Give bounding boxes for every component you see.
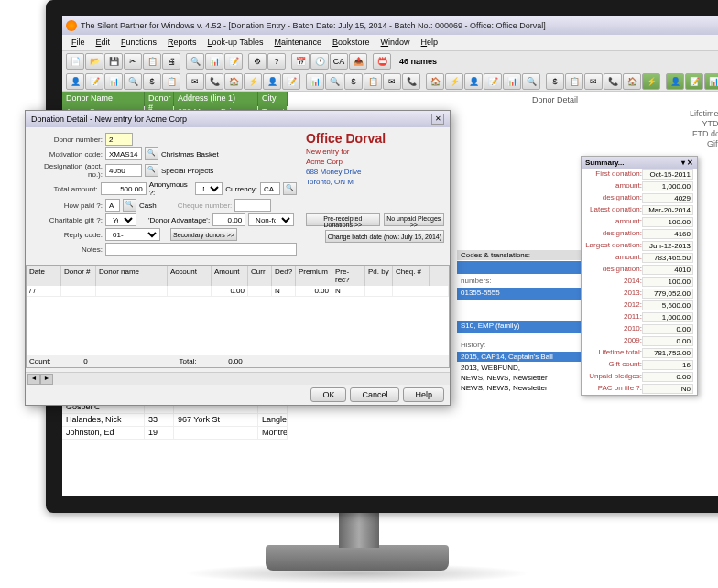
col-header[interactable]: Account (168, 266, 212, 286)
table-row[interactable]: Johnston, Ed19Montreal (62, 427, 288, 440)
grid-row[interactable]: / / 0.00 N 0.00 N (27, 286, 449, 297)
toolbar-button[interactable]: 📝 (484, 73, 502, 90)
col-header[interactable]: Premium (296, 266, 332, 286)
toolbar-button[interactable]: CA (330, 53, 348, 70)
toolbar-button[interactable]: 🏠 (426, 73, 444, 90)
col-city[interactable]: City (258, 92, 288, 106)
cancel-button[interactable]: Cancel (350, 387, 399, 402)
toolbar-button[interactable]: 🏠 (623, 73, 641, 90)
toolbar-button[interactable]: ✉ (584, 73, 603, 90)
toolbar-button[interactable]: ✉ (383, 73, 401, 90)
toolbar-button[interactable]: 📝 (85, 73, 103, 90)
toolbar-button[interactable]: 📋 (565, 73, 583, 90)
menu-bookstore[interactable]: Bookstore (327, 35, 375, 50)
toolbar-button[interactable]: 📞 (604, 73, 622, 90)
summary-close-icon[interactable]: ▾ ✕ (681, 158, 693, 167)
lookup-icon[interactable]: 🔍 (123, 199, 136, 212)
dialog-close-icon[interactable]: ✕ (431, 114, 444, 125)
toolbar-button[interactable]: 📋 (143, 53, 161, 70)
toolbar-button[interactable]: ✉ (186, 73, 204, 90)
menu-look-up tables[interactable]: Look-up Tables (202, 35, 269, 50)
toolbar-button[interactable]: 📝 (685, 73, 703, 90)
advantage-type-select[interactable]: Non-food (248, 213, 294, 226)
table-row[interactable]: Halandes, Nick33967 York StLangley (62, 414, 288, 427)
col-header[interactable]: Amount (212, 266, 248, 286)
toolbar-button[interactable]: 📊 (704, 73, 718, 90)
charitable-select[interactable]: Yes (105, 213, 136, 226)
col-donor-num[interactable]: Donor # (145, 92, 174, 106)
toolbar-button[interactable]: ⚡ (244, 73, 262, 90)
horizontal-scrollbar[interactable]: ◄► (26, 372, 450, 385)
toolbar-button[interactable]: ⚡ (445, 73, 463, 90)
toolbar-button[interactable]: 📊 (205, 53, 223, 70)
col-header[interactable]: Curr (248, 266, 272, 286)
toolbar-button[interactable]: 👤 (66, 73, 84, 90)
toolbar-button[interactable]: 👤 (464, 73, 483, 90)
toolbar-button[interactable]: 🔍 (325, 73, 343, 90)
help-button[interactable]: Help (403, 387, 444, 402)
menu-functions[interactable]: Functions (115, 35, 162, 50)
change-batch-date-button[interactable]: Change batch date (now: July 15, 2014) (325, 230, 444, 243)
toolbar-button[interactable]: 📋 (162, 73, 180, 90)
howpaid-input[interactable] (105, 199, 120, 212)
toolbar-button[interactable]: 🕐 (310, 53, 329, 70)
col-header[interactable]: Pd. by (365, 266, 393, 286)
advantage-input[interactable] (212, 213, 245, 226)
menu-edit[interactable]: Edit (91, 35, 116, 50)
reply-code-select[interactable]: 01- (105, 228, 160, 241)
toolbar-button[interactable]: 📊 (306, 73, 324, 90)
menu-reports[interactable]: Reports (162, 35, 202, 50)
toolbar-button[interactable]: ⚙ (248, 53, 267, 70)
menu-maintenance[interactable]: Maintenance (268, 35, 327, 50)
toolbar-button[interactable]: 💾 (104, 53, 123, 70)
toolbar-button[interactable]: 🏠 (224, 73, 243, 90)
col-header[interactable]: Donor name (96, 266, 168, 286)
lookup-icon[interactable]: 🔍 (145, 164, 158, 177)
toolbar-button[interactable]: 📄 (66, 53, 84, 70)
toolbar-button[interactable]: 👤 (263, 73, 281, 90)
toolbar-button[interactable]: 📛 (373, 53, 391, 70)
toolbar-button[interactable]: 📋 (364, 73, 382, 90)
toolbar-button[interactable]: 🖨 (162, 53, 180, 70)
col-address[interactable]: Address (line 1) (174, 92, 258, 106)
ok-button[interactable]: OK (310, 387, 346, 402)
lookup-icon[interactable]: 🔍 (283, 182, 297, 195)
col-header[interactable]: Cheq. # (393, 266, 430, 286)
toolbar-button[interactable]: 📊 (503, 73, 521, 90)
toolbar-button[interactable]: ✂ (124, 53, 142, 70)
col-header[interactable]: Pre-rec? (332, 266, 365, 286)
motivation-code-input[interactable] (105, 147, 142, 160)
toolbar-button[interactable]: 📝 (224, 53, 243, 70)
grid-header[interactable]: Donor Name Donor # Address (line 1) City (62, 92, 288, 106)
toolbar-button[interactable]: 📅 (291, 53, 310, 70)
secondary-donors-button[interactable]: Secondary donors >> (170, 228, 237, 241)
toolbar-button[interactable]: $ (143, 73, 161, 90)
toolbar-button[interactable]: 📞 (205, 73, 223, 90)
menu-window[interactable]: Window (375, 35, 416, 50)
unpaid-pledges-button[interactable]: No unpaid Pledges >> (384, 213, 444, 226)
cheque-input[interactable] (234, 199, 271, 212)
toolbar-button[interactable]: $ (546, 73, 564, 90)
toolbar-button[interactable]: 🔍 (522, 73, 540, 90)
toolbar-button[interactable]: ⚡ (642, 73, 660, 90)
toolbar-button[interactable]: 📞 (402, 73, 420, 90)
toolbar-button[interactable]: 🔍 (124, 73, 142, 90)
toolbar-button[interactable]: 🔍 (186, 53, 204, 70)
lookup-icon[interactable]: 🔍 (145, 147, 158, 160)
toolbar-button[interactable]: $ (344, 73, 363, 90)
toolbar-button[interactable]: 📝 (282, 73, 300, 90)
currency-input[interactable] (260, 182, 280, 195)
menu-file[interactable]: File (66, 35, 91, 50)
anonymous-select[interactable]: No (195, 182, 223, 195)
col-header[interactable]: Ded? (272, 266, 296, 286)
col-header[interactable]: Donor # (61, 266, 96, 286)
toolbar-button[interactable]: 👤 (666, 73, 684, 90)
prereceipted-button[interactable]: Pre-receipted Donations >> (306, 213, 380, 226)
col-header[interactable]: Date (27, 266, 61, 286)
toolbar-button[interactable]: 📂 (85, 53, 103, 70)
total-amount-input[interactable] (101, 182, 147, 195)
toolbar-button[interactable]: 📤 (349, 53, 367, 70)
toolbar-button[interactable]: ? (267, 53, 286, 70)
col-donor-name[interactable]: Donor Name (62, 92, 145, 106)
donor-number-input[interactable] (105, 133, 133, 146)
